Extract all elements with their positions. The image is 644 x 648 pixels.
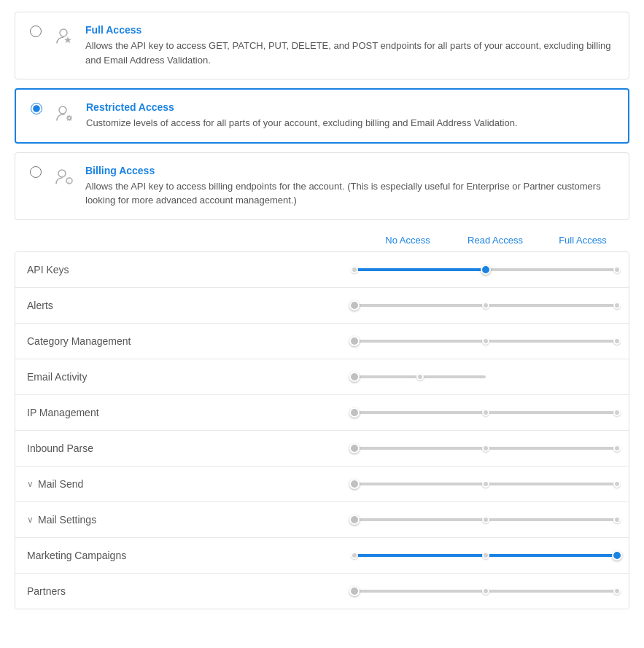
slider-dot-mid-2	[482, 337, 489, 345]
slider-dot-mid-6	[482, 480, 489, 488]
slider-wrapper-7[interactable]	[354, 512, 617, 527]
slider-wrapper-0[interactable]	[354, 262, 617, 277]
row-label-2: Category Management	[27, 335, 354, 347]
row-label-text-3: Email Activity	[27, 371, 87, 383]
slider-dot-mid-7	[482, 516, 489, 523]
slider-thumb-4[interactable]	[349, 407, 360, 418]
chevron-icon[interactable]: ∨	[27, 515, 34, 525]
slider-dot-end-9	[613, 588, 621, 595]
slider-dot-start-0	[351, 266, 358, 273]
slider-dot-end-5	[613, 445, 621, 452]
row-label-text-0: API Keys	[27, 264, 69, 276]
row-label-5: Inbound Parse	[27, 442, 354, 454]
card-title-full-access: Full Access	[85, 24, 614, 36]
row-label-1: Alerts	[27, 300, 354, 311]
icon-col-full-access	[53, 24, 74, 46]
slider-dot-mid-9	[482, 588, 489, 595]
slider-col-8[interactable]	[354, 548, 617, 563]
radio-col-full-access[interactable]	[30, 24, 42, 37]
slider-wrapper-5[interactable]	[354, 441, 617, 456]
row-label-text-5: Inbound Parse	[27, 442, 93, 454]
slider-wrapper-6[interactable]	[354, 477, 617, 491]
row-label-9: Partners	[27, 585, 354, 597]
slider-track-9	[354, 590, 617, 593]
row-label-6: ∨ Mail Send	[27, 478, 354, 490]
card-desc-billing-access: Allows the API key to access billing end…	[85, 179, 614, 208]
content-col-full-access: Full Access Allows the API key to access…	[85, 24, 614, 67]
radio-col-billing-access[interactable]	[30, 165, 42, 178]
content-col-billing-access: Billing Access Allows the API key to acc…	[85, 165, 614, 208]
slider-wrapper-8[interactable]	[354, 548, 617, 563]
radio-billing-access[interactable]	[30, 166, 42, 178]
radio-full-access[interactable]	[30, 26, 42, 37]
slider-track-1	[354, 304, 617, 307]
row-label-text-2: Category Management	[27, 335, 131, 347]
access-card-restricted-access[interactable]: Restricted Access Customize levels of ac…	[15, 88, 629, 144]
slider-col-1[interactable]	[354, 298, 617, 313]
col-header-1: Read Access	[451, 235, 539, 246]
slider-col-3[interactable]	[354, 370, 617, 384]
card-desc-full-access: Allows the API key to access GET, PATCH,…	[85, 39, 614, 67]
slider-col-9[interactable]	[354, 584, 617, 598]
slider-dot-end-0	[613, 266, 621, 273]
slider-thumb-0[interactable]	[481, 265, 491, 275]
slider-wrapper-2[interactable]	[354, 334, 617, 348]
table-row: API Keys	[15, 252, 629, 288]
col-header-2: Full Access	[539, 235, 626, 246]
table-row: Inbound Parse	[15, 431, 629, 467]
radio-restricted-access[interactable]	[31, 103, 42, 114]
slider-wrapper-9[interactable]	[354, 584, 617, 598]
icon-col-billing-access: i	[53, 165, 74, 187]
chevron-icon[interactable]: ∨	[27, 479, 34, 489]
row-label-text-7: Mail Settings	[38, 514, 96, 526]
slider-thumb-6[interactable]	[349, 479, 360, 489]
content-col-restricted-access: Restricted Access Customize levels of ac…	[86, 101, 613, 130]
access-card-billing-access[interactable]: i Billing Access Allows the API key to a…	[15, 152, 629, 220]
row-label-3: Email Activity	[27, 371, 354, 383]
slider-dot-mid-4	[482, 409, 489, 416]
slider-wrapper-1[interactable]	[354, 298, 617, 313]
radio-col-restricted-access[interactable]	[31, 101, 42, 114]
row-label-4: IP Management	[27, 407, 354, 418]
svg-point-0	[60, 29, 67, 36]
slider-col-5[interactable]	[354, 441, 617, 456]
slider-track-8	[354, 554, 617, 557]
card-title-billing-access: Billing Access	[85, 165, 614, 176]
card-desc-restricted-access: Customize levels of access for all parts…	[86, 116, 613, 130]
table-row: Email Activity	[15, 359, 629, 395]
slider-thumb-9[interactable]	[349, 586, 360, 596]
slider-col-6[interactable]	[354, 477, 617, 491]
slider-thumb-7[interactable]	[349, 515, 360, 525]
slider-thumb-3[interactable]	[349, 372, 360, 382]
slider-thumb-1[interactable]	[349, 300, 360, 311]
slider-thumb-2[interactable]	[349, 336, 360, 346]
slider-fill-0	[354, 268, 486, 271]
slider-track-4	[354, 411, 617, 414]
slider-track-6	[354, 483, 617, 485]
slider-col-7[interactable]	[354, 512, 617, 527]
row-label-0: API Keys	[27, 264, 354, 276]
slider-dot-mid-1	[482, 302, 489, 309]
slider-col-0[interactable]	[354, 262, 617, 277]
slider-dot-end-2	[613, 337, 621, 345]
slider-thumb-5[interactable]	[349, 443, 360, 453]
slider-dot-end-6	[613, 480, 621, 488]
slider-wrapper-3[interactable]	[354, 370, 486, 384]
icon-col-restricted-access	[54, 101, 74, 123]
table-row: Category Management	[15, 324, 629, 359]
table-row: ∨ Mail Send	[15, 467, 629, 502]
svg-point-4	[58, 170, 66, 177]
slider-dot-mid-3	[416, 373, 424, 380]
slider-dot-end-4	[613, 409, 621, 416]
slider-wrapper-4[interactable]	[354, 405, 617, 420]
slider-col-4[interactable]	[354, 405, 617, 420]
table-row: Alerts	[15, 288, 629, 324]
row-label-8: Marketing Campaigns	[27, 550, 354, 561]
slider-dot-start-8	[351, 552, 358, 559]
row-label-text-9: Partners	[27, 585, 66, 597]
slider-track-7	[354, 518, 617, 521]
slider-thumb-8[interactable]	[612, 550, 622, 561]
slider-col-2[interactable]	[354, 334, 617, 348]
access-card-full-access[interactable]: Full Access Allows the API key to access…	[15, 12, 629, 79]
table-row: Marketing Campaigns	[15, 538, 629, 574]
